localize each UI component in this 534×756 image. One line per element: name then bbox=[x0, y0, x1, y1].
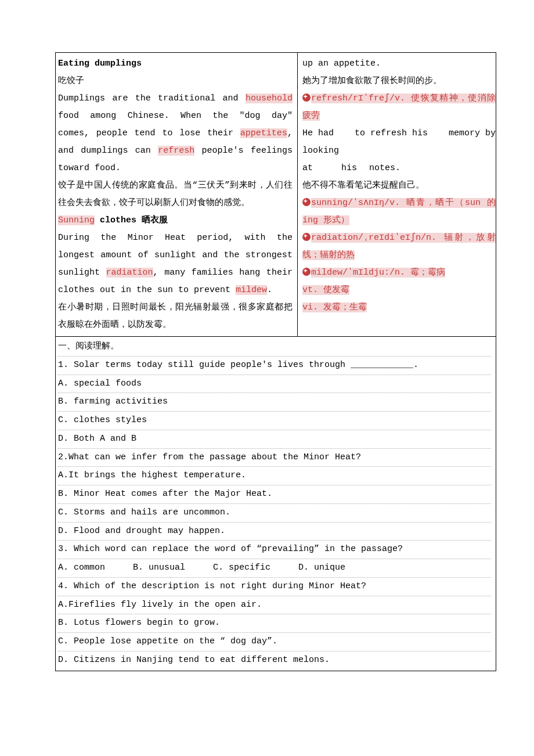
question-4: 4. Which of the description is not right… bbox=[58, 578, 491, 596]
example-en: He had to refresh his memory by bbox=[302, 125, 496, 142]
highlight-radiation: radiation bbox=[106, 268, 153, 278]
paragraph-sunning-cn: 在小暑时期，日照时间最长，阳光辐射最强，很多家庭都把衣服晾在外面晒，以防发霉。 bbox=[58, 299, 293, 334]
document-page: Eating dumplings 吃饺子 Dumplings are the t… bbox=[0, 0, 534, 694]
vocab-text: vi. 发霉；生霉 bbox=[302, 303, 367, 312]
paragraph-sunning-en: During the Minor Heat period, with the l… bbox=[58, 229, 293, 299]
continuation-line: up an appetite. bbox=[302, 55, 496, 73]
heading-en: Eating dumplings bbox=[58, 59, 142, 69]
question-3: 3. Which word can replace the word of “p… bbox=[58, 541, 491, 559]
option-2b: B. Minor Heat comes after the Major Heat… bbox=[58, 485, 491, 504]
vocab-mildew: mildew/ˈmɪldjuː/n. 霉；霉病 bbox=[302, 264, 496, 282]
question-1: 1. Solar terms today still guide people'… bbox=[58, 357, 491, 375]
vocab-mildew-vt: vt. 使发霉 bbox=[302, 282, 496, 299]
options-3: A. commonB. unusualC. specificD. unique bbox=[58, 559, 491, 578]
star-icon bbox=[302, 268, 311, 276]
two-column-article: Eating dumplings 吃饺子 Dumplings are the t… bbox=[55, 52, 496, 337]
star-icon bbox=[302, 233, 311, 241]
paragraph-dumplings-en: Dumplings are the traditional and househ… bbox=[58, 90, 293, 177]
option-2a: A.It brings the highest temperature. bbox=[58, 467, 491, 485]
option-4c: C. People lose appetite on the “ dog day… bbox=[58, 633, 491, 651]
highlight-appetites: appetites bbox=[240, 128, 287, 138]
heading-sunning-clothes: Sunning clothes 晒衣服 bbox=[58, 212, 293, 229]
option-4a: A.Fireflies fly lively in the open air. bbox=[58, 596, 491, 615]
heading-eating-dumplings: Eating dumplings bbox=[58, 55, 293, 73]
text: . bbox=[267, 285, 272, 295]
reading-comprehension: 一、阅读理解。 1. Solar terms today still guide… bbox=[55, 337, 496, 671]
vocab-sunning: sunning/ˈsʌnɪŋ/v. 晒青，晒干（sun 的 ing 形式） bbox=[302, 195, 496, 229]
section-heading: 一、阅读理解。 bbox=[58, 338, 491, 357]
text: looking at bbox=[302, 142, 324, 177]
vocab-text: sunning/ˈsʌnɪŋ/v. 晒青，晒干（sun 的 ing 形式） bbox=[302, 198, 496, 225]
option-2c: C. Storms and hails are uncommon. bbox=[58, 504, 491, 523]
option-1a: A. special foods bbox=[58, 375, 491, 394]
star-icon bbox=[302, 198, 311, 206]
option-3a: A. common bbox=[58, 559, 105, 577]
heading-cn: 吃饺子 bbox=[58, 73, 293, 90]
text: his bbox=[341, 163, 357, 173]
vocab-refresh: refresh/rɪˈfreʃ/v. 使恢复精神，使消除疲劳 bbox=[302, 90, 496, 125]
continuation-cn: 她为了增加食欲散了很长时间的步。 bbox=[302, 73, 496, 90]
text: notes. bbox=[369, 163, 400, 173]
highlight-household: household bbox=[246, 93, 293, 103]
vocab-text: mildew/ˈmɪldjuː/n. 霉；霉病 bbox=[311, 268, 445, 278]
right-column: up an appetite. 她为了增加食欲散了很长时间的步。 refresh… bbox=[298, 53, 496, 336]
option-4b: B. Lotus flowers begin to grow. bbox=[58, 614, 491, 633]
text: He had bbox=[302, 125, 334, 142]
paragraph-dumplings-cn: 饺子是中国人传统的家庭食品。当“三伏天”到来时，人们往往会失去食欲，饺子可以刷新… bbox=[58, 177, 293, 212]
vocab-text: vt. 使发霉 bbox=[302, 285, 349, 295]
star-icon bbox=[302, 93, 311, 102]
text: memory by bbox=[449, 125, 496, 142]
vocab-mildew-vi: vi. 发霉；生霉 bbox=[302, 299, 496, 316]
highlight-mildew: mildew bbox=[236, 285, 267, 295]
option-4d: D. Citizens in Nanjing tend to eat diffe… bbox=[58, 651, 491, 669]
option-2d: D. Flood and drought may happen. bbox=[58, 523, 491, 541]
vocab-text: refresh/rɪˈfreʃ/v. 使恢复精神，使消除疲劳 bbox=[302, 93, 496, 121]
option-3c: C. specific bbox=[213, 559, 270, 577]
question-2: 2.What can we infer from the passage abo… bbox=[58, 449, 491, 467]
example-en-2: looking at his notes. bbox=[302, 142, 496, 177]
heading-rest: clothes 晒衣服 bbox=[95, 215, 168, 225]
vocab-radiation: radiation/ˌreɪdiˈeɪʃn/n. 辐射，放射线；辐射的热 bbox=[302, 229, 496, 264]
text: to refresh his bbox=[355, 125, 428, 142]
left-column: Eating dumplings 吃饺子 Dumplings are the t… bbox=[56, 53, 298, 336]
highlight-sunning: Sunning bbox=[58, 215, 95, 225]
example-cn: 他不得不靠看笔记来提醒自己。 bbox=[302, 177, 496, 195]
option-3b: B. unusual bbox=[133, 559, 185, 577]
text: Dumplings are the traditional and bbox=[58, 93, 246, 103]
option-3d: D. unique bbox=[298, 559, 345, 577]
option-1b: B. farming activities bbox=[58, 393, 491, 412]
vocab-text: radiation/ˌreɪdiˈeɪʃn/n. 辐射，放射线；辐射的热 bbox=[302, 233, 496, 260]
option-1c: C. clothes styles bbox=[58, 412, 491, 430]
option-1d: D. Both A and B bbox=[58, 430, 491, 449]
highlight-refresh: refresh bbox=[158, 146, 194, 156]
spacer bbox=[302, 316, 496, 326]
